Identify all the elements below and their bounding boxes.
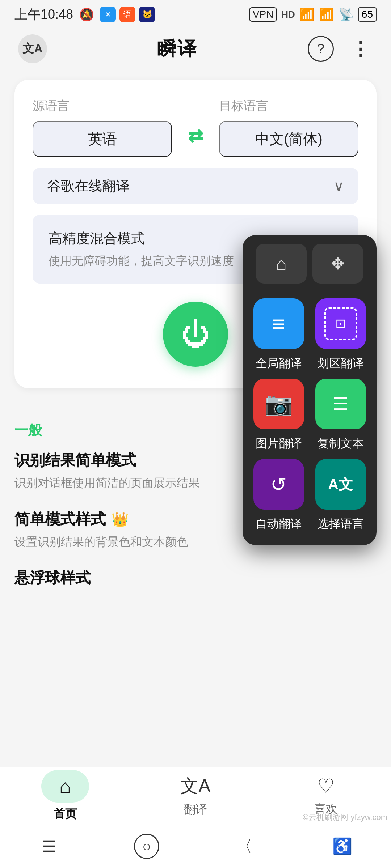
setting-floating-ball-title: 悬浮球样式 [14, 568, 377, 588]
engine-name: 谷歌在线翻译 [47, 177, 130, 195]
sys-nav-back-icon: 〈 [236, 836, 252, 857]
nav-translate-icon: 文A [180, 774, 210, 798]
fm-item-region-translate[interactable]: ⊡ 划区翻译 [313, 298, 368, 371]
app-icon-3: 🐱 [139, 7, 155, 22]
status-left: 上午10:48 🔕 ✕ 语 🐱 [14, 6, 155, 24]
status-time: 上午10:48 [14, 6, 73, 24]
watermark: ©云机刷游网 yfzyw.com [303, 812, 387, 823]
swap-language-button[interactable]: ⇄ [179, 111, 212, 144]
nav-item-home[interactable]: ⌂ 首页 [0, 770, 130, 822]
fm-region-translate-icon: ⊡ [324, 307, 357, 340]
fm-item-full-translate[interactable]: ≡ 全局翻译 [251, 298, 306, 371]
power-button[interactable]: ⏻ [163, 302, 228, 367]
app-header: 文A 瞬译 ? ⋮ [0, 29, 391, 69]
source-lang-label: 源语言 [33, 98, 172, 114]
fm-copy-text-icon-box: ☰ [315, 379, 366, 429]
sys-nav-menu-button[interactable]: ☰ [27, 832, 71, 861]
sys-nav-accessibility-button[interactable]: ♿ [320, 832, 364, 861]
fm-item-image-translate[interactable]: 📷 图片翻译 [251, 379, 306, 452]
fm-home-button[interactable]: ⌂ [256, 244, 307, 284]
source-lang-button[interactable]: 英语 [33, 121, 172, 157]
nav-item-favorites[interactable]: ♡ 喜欢 [261, 775, 391, 817]
fm-region-translate-icon-box: ⊡ [315, 298, 366, 349]
status-app-icons: ✕ 语 🐱 [100, 7, 155, 22]
fm-full-translate-icon: ≡ [272, 311, 285, 337]
fm-select-language-icon-box: A文 [315, 459, 366, 510]
fm-select-language-label: 选择语言 [318, 516, 364, 532]
status-icons: VPN HD 📶 📶 📡 65 [249, 7, 377, 22]
nav-item-translate[interactable]: 文A 翻译 [130, 774, 261, 818]
fm-move-button[interactable]: ✥ [312, 244, 363, 284]
fm-item-copy-text[interactable]: ☰ 复制文本 [313, 379, 368, 452]
sys-nav-back-button[interactable]: 〈 [223, 832, 266, 861]
fm-top-row: ⌂ ✥ [251, 244, 368, 291]
hd-label1: HD [281, 9, 295, 20]
engine-chevron-icon: ∨ [333, 178, 344, 194]
fm-image-translate-label: 图片翻译 [256, 436, 302, 452]
fm-auto-translate-icon: ↺ [270, 473, 287, 496]
fm-image-translate-icon: 📷 [265, 391, 293, 417]
sys-nav-accessibility-icon: ♿ [332, 837, 352, 856]
source-lang-col: 源语言 英语 [33, 98, 172, 157]
system-nav-bar: ☰ ○ 〈 ♿ [0, 825, 391, 868]
status-bar: 上午10:48 🔕 ✕ 语 🐱 VPN HD 📶 📶 📡 65 [0, 0, 391, 29]
battery-icon: 65 [358, 7, 377, 22]
target-lang-button[interactable]: 中文(简体) [219, 121, 358, 157]
fm-select-language-icon: A文 [328, 475, 353, 494]
more-button[interactable]: ⋮ [347, 36, 373, 62]
fm-auto-translate-label: 自动翻译 [256, 516, 302, 532]
fm-grid: ≡ 全局翻译 ⊡ 划区翻译 📷 图片翻译 ☰ 复制文本 [251, 298, 368, 532]
target-lang-col: 目标语言 中文(简体) [219, 98, 358, 157]
fm-full-translate-label: 全局翻译 [256, 356, 302, 371]
app-icon-1: ✕ [100, 7, 116, 22]
crown-icon: 👑 [112, 511, 129, 527]
fm-region-translate-label: 划区翻译 [318, 356, 364, 371]
fm-move-icon: ✥ [331, 254, 345, 273]
nav-home-icon: ⌂ [59, 775, 71, 797]
help-button[interactable]: ? [308, 36, 334, 62]
fm-home-icon: ⌂ [276, 253, 287, 274]
vpn-label: VPN [249, 7, 277, 22]
nav-favorites-icon: ♡ [317, 775, 335, 797]
header-logo[interactable]: 文A [18, 34, 47, 63]
language-row: 源语言 英语 ⇄ 目标语言 中文(简体) [33, 98, 358, 157]
fm-item-auto-translate[interactable]: ↺ 自动翻译 [251, 459, 306, 532]
wifi-icon: 📡 [339, 7, 354, 22]
signal-bars2: 📶 [319, 7, 334, 22]
target-lang-label: 目标语言 [219, 98, 358, 114]
floating-menu: ⌂ ✥ ≡ 全局翻译 ⊡ 划区翻译 📷 [243, 235, 377, 545]
sys-nav-menu-icon: ☰ [42, 837, 56, 856]
signal-bars1: 📶 [299, 7, 315, 22]
fm-copy-text-label: 复制文本 [318, 436, 364, 452]
setting-floating-ball: 悬浮球样式 [14, 568, 377, 588]
fm-image-translate-icon-box: 📷 [253, 379, 304, 429]
fm-full-translate-icon-box: ≡ [253, 298, 304, 349]
fm-auto-translate-icon-box: ↺ [253, 459, 304, 510]
main-content: 源语言 英语 ⇄ 目标语言 中文(简体) 谷歌在线翻译 ∨ 高精度混合模式 使用… [0, 69, 391, 726]
fm-item-select-language[interactable]: A文 选择语言 [313, 459, 368, 532]
header-actions: ? ⋮ [308, 36, 373, 62]
sys-nav-home-icon: ○ [134, 834, 159, 859]
nav-translate-label: 翻译 [184, 802, 207, 818]
power-icon: ⏻ [181, 318, 210, 351]
signal-mute-icon: 🔕 [79, 7, 94, 22]
app-title: 瞬译 [157, 36, 198, 61]
fm-copy-text-icon: ☰ [332, 393, 349, 414]
engine-selector[interactable]: 谷歌在线翻译 ∨ [33, 168, 358, 204]
app-icon-2: 语 [119, 7, 135, 22]
nav-home-bg: ⌂ [41, 770, 89, 803]
nav-home-label: 首页 [54, 806, 77, 822]
sys-nav-home-button[interactable]: ○ [125, 832, 168, 861]
